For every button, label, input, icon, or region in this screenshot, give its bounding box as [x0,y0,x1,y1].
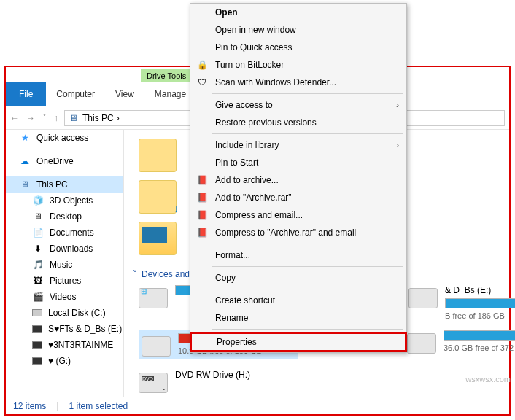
cm-pin-quick-access[interactable]: Pin to Quick access [190,39,406,56]
chevron-down-icon: ˅ [133,269,137,279]
cube-icon: 🧊 [32,195,44,206]
cm-include-library[interactable]: Include in library› [190,136,406,154]
sidebar-local-c[interactable]: Local Disk (C:) [6,305,123,321]
lock-icon: 🔒 [196,59,208,71]
cm-rename[interactable]: Rename [190,309,406,327]
sidebar-documents[interactable]: 📄Documents [6,225,123,241]
cm-separator [212,133,403,134]
shield-icon: 🛡 [196,77,208,88]
manage-tab[interactable]: Manage [144,82,196,106]
cm-compress-email[interactable]: 📕Compress and email... [190,206,406,224]
sidebar-quick-access[interactable]: ★Quick access [6,130,123,146]
status-bar: 12 items | 1 item selected [6,397,509,414]
cm-add-archive[interactable]: 📕Add to archive... [190,171,406,189]
cm-separator [212,244,403,244]
drive-icon [142,336,171,357]
cm-create-shortcut[interactable]: Create shortcut [190,292,406,309]
watermark: wsxwsx.com [465,375,511,384]
winrar-icon: 📕 [196,227,208,238]
folder-icon[interactable]: ↓ [139,180,177,214]
capacity-bar [445,298,515,308]
dvd-icon [139,373,168,393]
document-icon: 📄 [32,227,44,238]
cm-pin-start[interactable]: Pin to Start [190,154,406,171]
star-icon: ★ [19,132,31,144]
drive-name: DVD RW Drive (H:) [175,370,292,380]
context-menu: Open Open in new window Pin to Quick acc… [190,3,407,353]
drive-icon [407,333,436,354]
cm-compress-rar-email[interactable]: 📕Compress to "Archive.rar" and email [190,224,406,241]
disk-icon [32,341,42,349]
sidebar-3d-objects[interactable]: 🧊3D Objects [6,192,123,209]
back-button[interactable]: ← [10,113,19,123]
cm-give-access[interactable]: Give access to› [190,96,406,114]
sidebar-downloads[interactable]: ⬇Downloads [6,241,123,257]
winrar-icon: 📕 [196,209,208,221]
up-button[interactable]: ↑ [54,113,58,123]
sidebar-onedrive[interactable]: ☁OneDrive [6,153,123,169]
file-tab[interactable]: File [6,82,46,106]
nav-pane: ★Quick access ☁OneDrive 🖥This PC 🧊3D Obj… [6,130,124,397]
chevron-right-icon: › [396,100,399,110]
desktop-icon: 🖥 [32,211,44,222]
cm-format[interactable]: Format... [190,246,406,264]
sidebar-pictures[interactable]: 🖼Pictures [6,273,123,289]
status-selected-count: 1 item selected [69,401,128,411]
download-icon: ⬇ [32,243,44,254]
drive-name: & D_Bs (E:) [445,285,515,295]
sidebar-g[interactable]: ♥ (G:) [6,353,123,369]
capacity-bar [444,330,515,341]
sidebar-softs-e[interactable]: S♥FTs & D_Bs (E:) [6,321,123,337]
computer-tab[interactable]: Computer [46,82,105,106]
video-icon: 🎬 [32,291,44,303]
cm-add-rar[interactable]: 📕Add to "Archive.rar" [190,189,406,206]
forward-button[interactable]: → [26,113,35,123]
disk-icon [32,357,42,365]
drive-icon [408,288,438,308]
cloud-icon: ☁ [19,155,31,167]
winrar-icon: 📕 [196,174,208,186]
pc-icon: 🖥 [19,179,31,190]
sidebar-videos[interactable]: 🎬Videos [6,289,123,305]
breadcrumb-this-pc[interactable]: This PC [82,113,114,123]
recent-dropdown[interactable]: ˅ [42,113,47,123]
folder-icon[interactable] [139,139,177,172]
cm-open[interactable]: Open [190,4,406,21]
sidebar-this-pc[interactable]: 🖥This PC [6,176,123,192]
cm-open-new-window[interactable]: Open in new window [190,21,406,39]
cm-separator [212,93,403,94]
cm-bitlocker[interactable]: 🔒Turn on BitLocker [190,56,406,74]
cm-properties[interactable]: Properties [190,332,407,352]
drive-right[interactable]: 36.0 GB free of 372 GB [407,330,515,359]
breadcrumb-sep: › [117,113,120,123]
drive-e[interactable]: & D_Bs (E:) B free of 186 GB [408,285,515,320]
folder-icon[interactable] [139,222,177,255]
contextual-tab-drive-tools[interactable]: Drive Tools [141,69,192,82]
sidebar-desktop[interactable]: 🖥Desktop [6,209,123,225]
cm-separator [212,289,403,289]
pc-icon: 🖥 [68,112,80,124]
cm-defender[interactable]: 🛡Scan with Windows Defender... [190,74,406,91]
drive-free-text: 36.0 GB free of 372 GB [444,343,515,352]
picture-icon: 🖼 [32,275,44,287]
drive-icon [139,288,168,308]
winrar-icon: 📕 [196,192,208,203]
sidebar-music[interactable]: 🎵Music [6,257,123,273]
cm-separator [212,329,403,330]
cm-restore-versions[interactable]: Restore previous versions [190,114,406,131]
disk-icon [32,309,42,316]
chevron-right-icon: › [396,140,399,150]
music-icon: 🎵 [32,259,44,271]
status-item-count: 12 items [13,401,46,411]
cm-copy[interactable]: Copy [190,269,406,287]
sidebar-entertainment[interactable]: ♥3NT3RTAINME [6,337,123,353]
view-tab[interactable]: View [105,82,144,106]
disk-icon [32,325,42,332]
drive-dvd[interactable]: DVD RW Drive (H:) [139,370,292,393]
cm-separator [212,266,403,267]
drive-free-text: B free of 186 GB [445,311,515,320]
